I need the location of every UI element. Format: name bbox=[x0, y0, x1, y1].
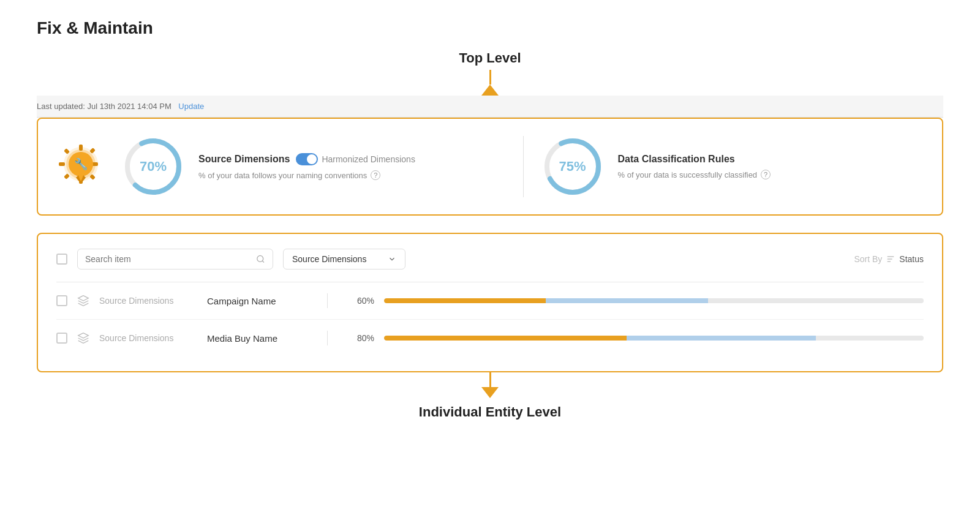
progress-bar-1 bbox=[384, 336, 924, 341]
bottom-arrow-head bbox=[481, 387, 499, 398]
search-box bbox=[77, 249, 273, 269]
row-name-0: Campaign Name bbox=[207, 296, 317, 306]
svg-text:🔧: 🔧 bbox=[74, 157, 88, 171]
bottom-level-indicator: Individual Entity Level bbox=[37, 372, 943, 424]
svg-line-19 bbox=[262, 261, 264, 263]
progress-secondary-0 bbox=[546, 298, 707, 303]
search-icon bbox=[256, 254, 265, 264]
metric2-block: 75% Data Classification Rules % of your … bbox=[542, 136, 924, 197]
metric2-percent: 75% bbox=[559, 159, 586, 175]
row-checkbox-1[interactable] bbox=[56, 333, 67, 344]
svg-rect-4 bbox=[59, 162, 65, 166]
metric1-info: Source Dimensions Harmonized Dimensions … bbox=[198, 153, 415, 180]
cube-icon-1 bbox=[77, 332, 89, 344]
select-all-checkbox[interactable] bbox=[56, 254, 67, 265]
svg-point-18 bbox=[257, 255, 263, 262]
metric1-title: Source Dimensions bbox=[198, 154, 290, 165]
top-level-indicator: Top Level bbox=[37, 50, 943, 96]
filter-row: Source Dimensions Sort By Status bbox=[56, 249, 924, 269]
metric2-info: Data Classification Rules % of your data… bbox=[618, 154, 771, 179]
metric1-circle: 70% bbox=[123, 136, 184, 197]
bottom-table-section: Source Dimensions Sort By Status Source bbox=[37, 233, 943, 372]
row-checkbox-0[interactable] bbox=[56, 295, 67, 306]
update-link[interactable]: Update bbox=[178, 102, 204, 111]
metric2-title: Data Classification Rules bbox=[618, 154, 735, 165]
progress-secondary-1 bbox=[627, 336, 815, 341]
sort-status: Status bbox=[899, 254, 924, 264]
metric1-help-icon[interactable]: ? bbox=[371, 170, 380, 180]
metric2-circle: 75% bbox=[542, 136, 603, 197]
search-input[interactable] bbox=[85, 254, 251, 264]
sort-icon bbox=[886, 254, 895, 264]
metrics-divider bbox=[523, 136, 524, 197]
top-arrow-line bbox=[489, 70, 491, 85]
progress-filled-1 bbox=[384, 336, 627, 341]
page-title: Fix & Maintain bbox=[37, 18, 943, 38]
toggle-thumb bbox=[307, 154, 317, 164]
last-updated-text: Last updated: Jul 13th 2021 14:04 PM bbox=[37, 102, 172, 111]
row-type-0: Source Dimensions bbox=[99, 296, 197, 306]
cube-icon-0 bbox=[77, 295, 89, 307]
table-row: Source Dimensions Campaign Name 60% bbox=[56, 282, 924, 320]
metric1-title-row: Source Dimensions Harmonized Dimensions bbox=[198, 153, 415, 165]
section-spacer bbox=[37, 216, 943, 233]
bottom-arrow-line bbox=[489, 372, 491, 387]
row-percent-1: 80% bbox=[337, 333, 374, 343]
top-arrow-head bbox=[481, 85, 499, 96]
badge-icon: 🔧 bbox=[56, 142, 105, 191]
top-metrics-section: 🔧 70% Source Dimensions Harmonized Dimen… bbox=[37, 118, 943, 216]
metric2-help-icon[interactable]: ? bbox=[761, 170, 771, 179]
table-row: Source Dimensions Media Buy Name 80% bbox=[56, 320, 924, 356]
progress-bar-0 bbox=[384, 298, 924, 303]
row-divider-1 bbox=[327, 331, 328, 345]
status-bar: Last updated: Jul 13th 2021 14:04 PM Upd… bbox=[37, 96, 943, 118]
metric1-toggle[interactable]: Harmonized Dimensions bbox=[296, 153, 415, 165]
sort-by-label: Sort By bbox=[854, 254, 882, 264]
row-divider-0 bbox=[327, 293, 328, 308]
metric1-block: 70% Source Dimensions Harmonized Dimensi… bbox=[123, 136, 505, 197]
chevron-down-icon bbox=[388, 255, 396, 263]
metric1-percent: 70% bbox=[140, 159, 167, 175]
toggle-label: Harmonized Dimensions bbox=[322, 154, 415, 164]
row-type-1: Source Dimensions bbox=[99, 333, 197, 343]
table-body: Source Dimensions Campaign Name 60% Sour… bbox=[56, 282, 924, 356]
sort-by-control: Sort By Status bbox=[854, 254, 924, 264]
svg-rect-2 bbox=[79, 145, 83, 151]
dimension-dropdown[interactable]: Source Dimensions bbox=[283, 249, 405, 269]
row-name-1: Media Buy Name bbox=[207, 333, 317, 344]
dropdown-label: Source Dimensions bbox=[292, 254, 366, 264]
row-percent-0: 60% bbox=[337, 296, 374, 306]
metric2-subtitle: % of your data is successfully classifie… bbox=[618, 170, 771, 179]
bottom-level-label: Individual Entity Level bbox=[419, 404, 561, 420]
metric2-title-row: Data Classification Rules bbox=[618, 154, 771, 165]
toggle-track[interactable] bbox=[296, 153, 318, 165]
top-level-label: Top Level bbox=[459, 50, 521, 66]
metric1-subtitle: % of your data follows your naming conve… bbox=[198, 170, 415, 180]
progress-filled-0 bbox=[384, 298, 546, 303]
